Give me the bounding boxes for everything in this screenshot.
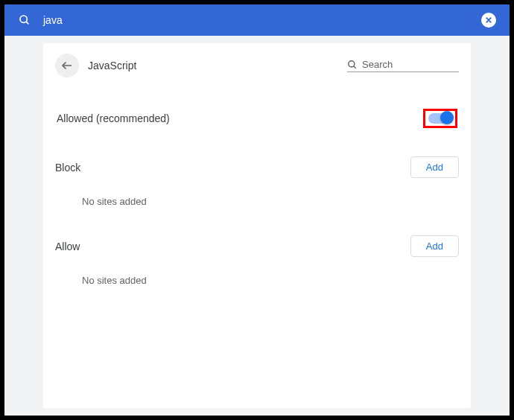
- search-icon: [18, 13, 31, 27]
- svg-line-1: [26, 22, 28, 24]
- block-section-header: Block Add: [55, 156, 459, 178]
- search-bar: java: [4, 4, 510, 36]
- allow-section-header: Allow Add: [55, 235, 459, 257]
- close-icon: [485, 16, 492, 24]
- search-query[interactable]: java: [43, 14, 481, 26]
- toggle-knob: [440, 111, 454, 124]
- allowed-setting-row: Allowed (recommended): [55, 109, 459, 128]
- block-section: Block Add No sites added: [55, 156, 459, 207]
- toggle-highlight: [423, 109, 457, 128]
- block-add-button[interactable]: Add: [410, 156, 459, 178]
- page-search[interactable]: [347, 59, 459, 72]
- content-area: JavaScript Allowed (recommended): [4, 36, 510, 416]
- page-search-input[interactable]: [362, 59, 459, 70]
- allow-section: Allow Add No sites added: [55, 235, 459, 286]
- back-arrow-icon: [60, 59, 74, 72]
- settings-panel: JavaScript Allowed (recommended): [43, 43, 471, 408]
- clear-search-button[interactable]: [481, 13, 496, 28]
- allowed-label: Allowed (recommended): [57, 112, 170, 124]
- block-empty-text: No sites added: [82, 196, 459, 207]
- page-title: JavaScript: [88, 60, 136, 71]
- allow-title: Allow: [55, 241, 80, 252]
- svg-point-0: [20, 16, 27, 22]
- svg-line-6: [354, 66, 356, 68]
- allow-add-button[interactable]: Add: [410, 235, 459, 257]
- svg-point-5: [349, 60, 355, 66]
- allowed-toggle[interactable]: [428, 113, 452, 124]
- settings-window: java JavaScript Allowed (recommended): [4, 4, 510, 416]
- search-icon: [347, 60, 358, 70]
- back-button[interactable]: [55, 54, 79, 77]
- allow-empty-text: No sites added: [82, 275, 459, 286]
- panel-header: JavaScript: [55, 54, 459, 77]
- block-title: Block: [55, 162, 80, 174]
